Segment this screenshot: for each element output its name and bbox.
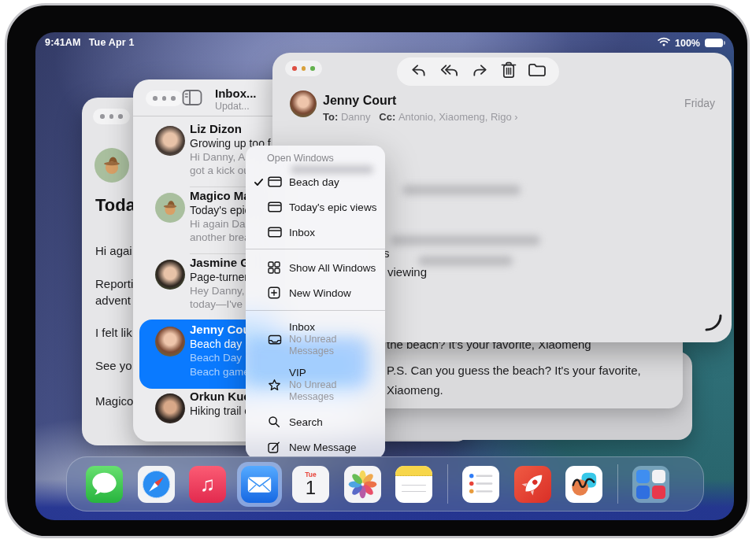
compose-icon [268, 441, 289, 453]
grid-icon [268, 261, 289, 274]
dock-divider [447, 464, 448, 504]
preview: Beach Day [190, 352, 242, 364]
blurred-content [402, 185, 521, 195]
menu-separator [246, 249, 385, 249]
inbox-tray-icon [268, 334, 289, 345]
app-library-mini-music [652, 486, 665, 499]
safari-app-icon[interactable] [138, 466, 175, 503]
blurred-content [391, 235, 540, 246]
blurred-content [418, 256, 513, 266]
dock: ♫ Tue 1 [66, 456, 704, 512]
menu-header: Open Windows [267, 153, 334, 164]
checkmark-icon [254, 177, 268, 187]
mailbox-subtitle: Updat... [215, 101, 257, 112]
body-text: advent [95, 294, 131, 307]
forward-icon[interactable] [471, 62, 489, 82]
message-date: Friday [684, 97, 715, 109]
app-library-mini-mail [636, 470, 650, 483]
window-controls[interactable] [146, 90, 183, 106]
body-text: Hi agai [95, 244, 132, 257]
reply-all-icon[interactable] [439, 62, 460, 82]
reply-icon[interactable] [410, 62, 428, 82]
body-text: I felt lik [95, 326, 132, 339]
cc-value: Antonio, Xiaomeng, Rigo › [398, 111, 518, 123]
window-controls[interactable] [93, 109, 130, 124]
open-windows-menu: Open Windows Beach day Today's epic [246, 146, 385, 459]
avatar-jenny [290, 90, 317, 117]
battery-percent: 100% [675, 38, 700, 49]
reminders-app-icon[interactable] [462, 466, 499, 503]
freeform-app-icon[interactable] [565, 466, 602, 503]
ipad-screenshot: 9:41AMTue Apr 1 100% [0, 0, 756, 543]
recipients-line[interactable]: To: Danny Cc: Antonio, Xiaomeng, Rigo › [323, 111, 518, 123]
notes-app-icon[interactable] [395, 466, 432, 503]
body-fragment: viewing [387, 265, 427, 279]
menu-item-todays-epic-views[interactable]: Today's epic views [246, 196, 385, 218]
sender-name: Jenny Court [323, 94, 396, 108]
menu-item-inbox-mailbox[interactable]: Inbox No Unread Messages [246, 317, 385, 361]
status-time: 9:41AM [45, 37, 81, 48]
body-text: See yo [95, 359, 132, 372]
body-line: P.S. Can you guess the beach? It's your … [387, 364, 641, 377]
avatar [155, 126, 185, 156]
app-library-icon[interactable] [632, 466, 669, 503]
to-value: Danny [341, 111, 371, 123]
new-window-icon [268, 286, 289, 299]
avatar [155, 393, 185, 423]
folder-icon[interactable] [528, 62, 547, 81]
menu-item-beach-day[interactable]: Beach day [246, 171, 385, 193]
app-library-mini-reminders [652, 470, 665, 483]
to-label: To: [323, 111, 338, 123]
body-text: Magico [95, 394, 133, 408]
music-note-glyph: ♫ [200, 472, 216, 497]
cc-label: Cc: [379, 111, 395, 123]
status-date: Tue Apr 1 [89, 37, 135, 48]
menu-item-vip[interactable]: VIP No Unread Messages [246, 363, 385, 407]
mail-toolbar [397, 57, 559, 86]
rocket-app-icon[interactable] [514, 466, 551, 503]
trash-icon[interactable] [501, 61, 517, 82]
window-icon [268, 226, 289, 238]
app-library-mini-files [636, 486, 650, 499]
music-app-icon[interactable]: ♫ [189, 466, 226, 503]
star-icon [268, 379, 289, 392]
body-line: Xiaomeng. [387, 383, 443, 397]
menu-item-new-window[interactable]: New Window [246, 282, 385, 304]
window-controls[interactable] [285, 61, 322, 76]
screen: 9:41AMTue Apr 1 100% [35, 32, 734, 520]
window-icon [268, 175, 289, 188]
avatar-magico [94, 148, 129, 183]
avatar [155, 260, 185, 290]
menu-item-search[interactable]: Search [246, 411, 385, 433]
calendar-day: 1 [292, 478, 329, 497]
status-bar: 9:41AMTue Apr 1 100% [35, 32, 734, 53]
body-text: Reporti [95, 277, 133, 290]
battery-icon [705, 39, 723, 48]
sidebar-toggle-icon[interactable] [182, 89, 202, 109]
ipad-bezel: 9:41AMTue Apr 1 100% [5, 3, 750, 538]
menu-separator [246, 310, 385, 311]
search-icon [268, 416, 289, 428]
window-icon [268, 201, 289, 213]
menu-item-show-all-windows[interactable]: Show All Windows [246, 257, 385, 279]
messages-app-icon[interactable] [86, 466, 123, 503]
wifi-icon [658, 37, 670, 49]
calendar-app-icon[interactable]: Tue 1 [292, 466, 329, 503]
avatar [155, 327, 185, 356]
menu-item-new-message[interactable]: New Message [246, 436, 385, 458]
mailbox-title[interactable]: Inbox... [215, 87, 257, 100]
mail-app-icon[interactable] [241, 466, 278, 503]
window-resize-handle[interactable] [703, 312, 724, 336]
menu-item-inbox-window[interactable]: Inbox [246, 221, 385, 243]
avatar [155, 193, 185, 223]
dock-divider [617, 464, 618, 504]
photos-app-icon[interactable] [344, 466, 381, 503]
